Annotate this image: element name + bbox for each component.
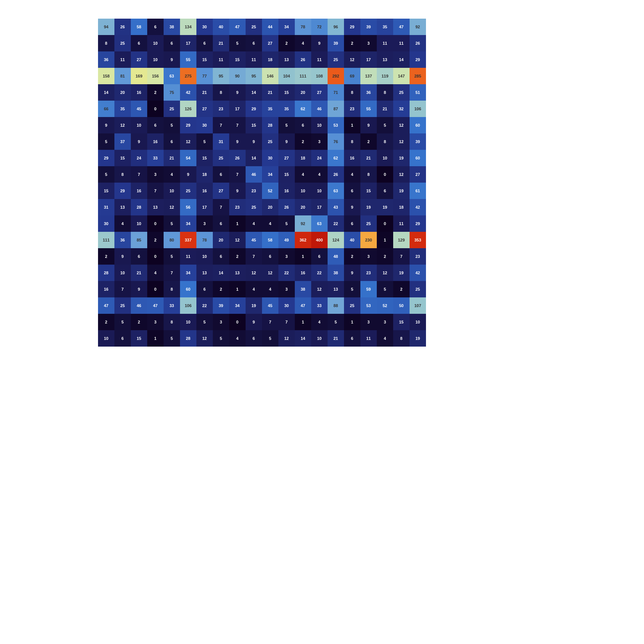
matrix-cell: 111 [295, 68, 311, 84]
matrix-cell: 32 [393, 101, 410, 117]
matrix-cell: 6 [213, 166, 229, 183]
matrix-cell: 26 [295, 51, 311, 68]
matrix-cell: 6 [311, 248, 328, 265]
row-label: Economics of Aging [14, 117, 98, 133]
matrix-cell: 90 [229, 68, 246, 84]
row-label: Labor Studies [14, 248, 98, 265]
matrix-cell: 6 [196, 35, 213, 51]
matrix-cell: 3 [360, 314, 377, 330]
matrix-cell: 4 [311, 166, 328, 183]
matrix-cell: 6 [164, 35, 180, 51]
matrix-cell: 2 [213, 281, 229, 297]
matrix-cell: 0 [229, 314, 246, 330]
matrix-cell: 9 [344, 265, 360, 281]
matrix-cell: 16 [147, 133, 164, 150]
matrix-cell: 55 [180, 51, 196, 68]
matrix-cell: 20 [295, 84, 311, 101]
matrix-cell: 4 [164, 166, 180, 183]
matrix-cell: 0 [147, 248, 164, 265]
matrix-cell: 11 [180, 248, 196, 265]
matrix-cell: 13 [278, 51, 295, 68]
matrix-cell: 11 [360, 330, 377, 347]
matrix-cell: 4 [295, 166, 311, 183]
matrix-cell: 6 [196, 281, 213, 297]
matrix-cell: 126 [180, 101, 196, 117]
matrix-cell: 169 [131, 68, 147, 84]
matrix-cell: 13 [147, 199, 164, 215]
matrix-cell: 5 [164, 215, 180, 232]
matrix-cell: 47 [229, 19, 246, 35]
matrix-cell: 0 [147, 281, 164, 297]
matrix-cell: 12 [311, 281, 328, 297]
matrix-cell: 12 [393, 117, 410, 133]
matrix-cell: 108 [311, 68, 328, 84]
matrix-cell: 51 [410, 84, 426, 101]
matrix-cell: 2 [229, 248, 246, 265]
matrix-cell: 3 [147, 314, 164, 330]
matrix-cell: 34 [229, 297, 246, 314]
matrix-cell: 10 [311, 117, 328, 133]
matrix-cell: 19 [360, 199, 377, 215]
matrix-cell: 10 [147, 35, 164, 51]
matrix-cell: 3 [311, 133, 328, 150]
matrix-cell: 10 [196, 248, 213, 265]
matrix-cell: 2 [278, 35, 295, 51]
matrix-cell: 15 [393, 314, 410, 330]
matrix-cell: 3 [377, 314, 393, 330]
matrix-cell: 22 [278, 265, 295, 281]
matrix-cell: 27 [410, 166, 426, 183]
matrix-cell: 106 [410, 101, 426, 117]
matrix-cell: 6 [213, 248, 229, 265]
matrix-cell: 28 [262, 117, 278, 133]
matrix-cell: 10 [410, 314, 426, 330]
matrix-cell: 33 [311, 297, 328, 314]
matrix-cell: 42 [410, 199, 426, 215]
matrix-cell: 11 [311, 51, 328, 68]
matrix-cell: 12 [393, 133, 410, 150]
matrix-cell: 13 [328, 281, 344, 297]
matrix-cell: 30 [262, 150, 278, 166]
matrix-cell: 6 [213, 215, 229, 232]
matrix-cell: 35 [278, 101, 295, 117]
matrix-cell: 25 [246, 19, 262, 35]
matrix-cell: 292 [328, 68, 344, 84]
matrix-cell: 8 [98, 35, 114, 51]
matrix-cell: 25 [213, 150, 229, 166]
matrix-cell: 5 [213, 330, 229, 347]
matrix-cell: 78 [196, 232, 213, 248]
matrix-cell: 11 [393, 35, 410, 51]
matrix-cell: 14 [246, 150, 262, 166]
matrix-cell: 46 [131, 297, 147, 314]
matrix-cell: 11 [213, 51, 229, 68]
matrix-cell: 8 [213, 84, 229, 101]
matrix-cell: 46 [246, 166, 262, 183]
matrix-cell: 69 [344, 68, 360, 84]
matrix-cell: 5 [344, 281, 360, 297]
matrix-cell: 0 [377, 215, 393, 232]
row-label: Monetary Economics [14, 281, 98, 297]
matrix-cell: 9 [114, 248, 131, 265]
matrix-cell: 6 [147, 117, 164, 133]
matrix-cell: 3 [213, 314, 229, 330]
matrix-cell: 29 [410, 215, 426, 232]
matrix-cell: 119 [377, 68, 393, 84]
matrix-cell: 5 [98, 133, 114, 150]
matrix-cell: 58 [262, 232, 278, 248]
matrix-cell: 6 [295, 117, 311, 133]
matrix-cell: 9 [98, 117, 114, 133]
matrix-cell: 44 [262, 19, 278, 35]
matrix-cell: 4 [246, 281, 262, 297]
matrix-cell: 24 [131, 150, 147, 166]
matrix-cell: 20 [262, 199, 278, 215]
matrix-cell: 1 [344, 117, 360, 133]
row-label: Industrial Organization [14, 199, 98, 215]
matrix-cell: 1 [229, 281, 246, 297]
matrix-cell: 2 [295, 133, 311, 150]
matrix-cell: 13 [114, 199, 131, 215]
matrix-cell: 2 [360, 133, 377, 150]
matrix-cell: 36 [98, 51, 114, 68]
matrix-cell: 8 [344, 133, 360, 150]
matrix-cell: 2 [131, 314, 147, 330]
row-label: International Trade and Investment [14, 232, 98, 248]
matrix-cell: 3 [278, 281, 295, 297]
